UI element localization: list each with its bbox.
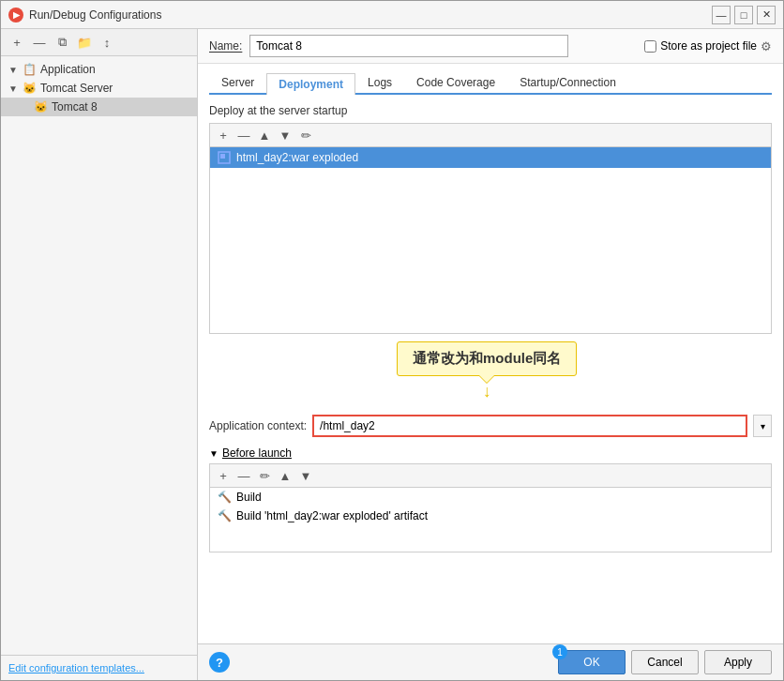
deploy-section-title: Deploy at the server startup [209,104,772,117]
launch-item-build: 🔨 Build [210,488,771,507]
sort-config-button[interactable]: ↕ [97,32,117,53]
folder-config-button[interactable]: 📁 [74,32,95,53]
store-as-project-file-area: Store as project file ⚙ [644,39,772,53]
tab-code-coverage[interactable]: Code Coverage [404,71,507,93]
build-icon: 🔨 [218,491,231,504]
apply-button[interactable]: Apply [704,650,772,674]
sidebar-footer: Edit configuration templates... [1,655,197,680]
edit-templates-link[interactable]: Edit configuration templates... [8,662,144,673]
minimize-button[interactable]: — [712,6,731,24]
tab-deployment[interactable]: Deployment [266,73,355,95]
cancel-button[interactable]: Cancel [631,650,699,674]
app-context-input[interactable] [312,415,747,437]
remove-config-button[interactable]: — [29,32,50,53]
launch-add-button[interactable]: + [214,466,233,485]
ok-badge: 1 [552,644,567,659]
close-button[interactable]: ✕ [757,6,776,24]
app-context-dropdown[interactable]: ▾ [753,415,772,437]
launch-edit-button[interactable]: ✏ [255,466,274,485]
svg-rect-1 [220,154,225,159]
name-row: Name: Store as project file ⚙ [198,29,783,64]
name-label: Name: [209,39,242,53]
tooltip-container: 通常改为和module同名 ↓ [209,341,772,407]
deploy-down-button[interactable]: ▼ [276,126,294,144]
tree-arrow-tomcat-server: ▼ [8,83,20,94]
deploy-list: html_day2:war exploded [209,146,772,334]
sidebar-item-tomcat8[interactable]: 🐱 Tomcat 8 [1,98,197,116]
tabs: Server Deployment Logs Code Coverage Sta… [209,71,772,95]
sidebar-item-application[interactable]: ▼ 📋 Application [1,60,197,79]
main-layout: + — ⧉ 📁 ↕ ▼ 📋 Application ▼ 🐱 Tomcat S [1,29,783,680]
bottom-bar: ? 1 OK Cancel Apply [198,643,783,680]
tree-arrow-application: ▼ [8,65,20,75]
launch-up-button[interactable]: ▲ [276,466,294,485]
tomcat8-icon: 🐱 [33,99,48,114]
deploy-toolbar: + — ▲ ▼ ✏ [209,123,772,146]
deploy-add-button[interactable]: + [214,126,233,144]
launch-down-button[interactable]: ▼ [296,466,315,485]
application-label: Application [40,63,96,76]
deploy-up-button[interactable]: ▲ [255,126,274,144]
add-config-button[interactable]: + [7,32,27,53]
content-inner: Server Deployment Logs Code Coverage Sta… [198,64,783,643]
before-launch-title: Before launch [222,446,292,460]
deploy-list-item[interactable]: html_day2:war exploded [210,147,771,168]
deploy-edit-button[interactable]: ✏ [296,126,315,144]
launch-item-build-artifact-label: Build 'html_day2:war exploded' artifact [236,509,428,522]
deploy-item-label: html_day2:war exploded [236,151,358,164]
ok-wrapper: 1 OK [558,650,626,674]
help-button[interactable]: ? [209,652,230,673]
sidebar-item-tomcat-server[interactable]: ▼ 🐱 Tomcat Server [1,79,197,98]
application-icon: 📋 [22,62,37,77]
app-context-row: Application context: ▾ [209,415,772,437]
tomcat-server-label: Tomcat Server [40,82,113,95]
store-as-project-file-label: Store as project file [660,39,757,53]
deploy-item-icon [218,151,231,164]
gear-icon[interactable]: ⚙ [761,39,772,53]
store-as-project-file-checkbox[interactable] [644,40,656,53]
dialog-icon: ▶ [8,8,23,23]
config-tree: ▼ 📋 Application ▼ 🐱 Tomcat Server 🐱 Tomc… [1,56,197,655]
tab-logs[interactable]: Logs [355,71,404,93]
before-launch-header: ▼ Before launch [209,446,772,460]
copy-config-button[interactable]: ⧉ [52,32,72,53]
run-debug-configurations-dialog: ▶ Run/Debug Configurations — □ ✕ + — ⧉ 📁… [0,0,784,681]
launch-item-build-artifact: 🔨 Build 'html_day2:war exploded' artifac… [210,507,771,525]
tab-startup-connection[interactable]: Startup/Connection [507,71,628,93]
launch-remove-button[interactable]: — [234,466,253,485]
tooltip-arrow-icon: ↓ [483,382,491,401]
name-input[interactable] [249,35,568,57]
maximize-button[interactable]: □ [734,6,753,24]
tooltip-text: 通常改为和module同名 [413,350,561,366]
window-controls: — □ ✕ [712,6,776,24]
dialog-title: Run/Debug Configurations [29,8,712,22]
tomcat8-label: Tomcat 8 [52,100,98,114]
sidebar: + — ⧉ 📁 ↕ ▼ 📋 Application ▼ 🐱 Tomcat S [1,29,198,680]
title-bar: ▶ Run/Debug Configurations — □ ✕ [1,1,783,29]
tab-server[interactable]: Server [209,71,266,93]
tooltip-balloon: 通常改为和module同名 [397,341,577,376]
ok-button[interactable]: OK [558,650,626,674]
before-launch-toolbar: + — ✏ ▲ ▼ [209,463,772,487]
content-area: Name: Store as project file ⚙ Server Dep… [198,29,783,680]
app-context-label: Application context: [209,419,307,432]
before-launch-list: 🔨 Build 🔨 Build 'html_day2:war exploded'… [209,487,772,552]
deploy-remove-button[interactable]: — [234,126,253,144]
before-launch-collapse-icon[interactable]: ▼ [209,448,219,459]
sidebar-toolbar: + — ⧉ 📁 ↕ [1,29,197,56]
build-artifact-icon: 🔨 [218,509,231,522]
launch-item-build-label: Build [236,491,262,504]
tomcat-server-icon: 🐱 [22,81,37,96]
